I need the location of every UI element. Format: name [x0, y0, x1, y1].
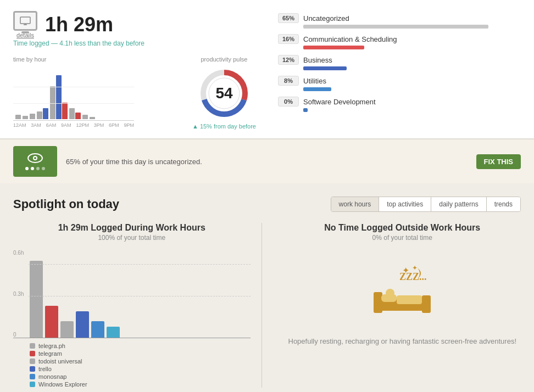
- work-hours-chart: 1h 29m Logged During Work Hours 100% of …: [13, 223, 262, 388]
- legend-item-2: todoist universal: [30, 358, 251, 365]
- y-label-06: 0.6h: [13, 250, 24, 256]
- cat-bar-4: [303, 108, 308, 112]
- dot-1: [25, 167, 29, 170]
- cat-name-1: Communication & Scheduling: [303, 35, 521, 43]
- legend-item-1: telegram: [30, 350, 251, 357]
- legend-color-4: [30, 374, 35, 379]
- work-bar-chart: 0.6h 0.3h 0: [13, 250, 251, 338]
- legend-color-1: [30, 351, 35, 356]
- pct-badge-0: 65%: [278, 13, 299, 23]
- work-chart-subtitle: 100% of your total time: [13, 234, 251, 242]
- svg-rect-16: [422, 295, 431, 313]
- pct-badge-4: 0%: [278, 97, 299, 107]
- svg-text:ZZZ...: ZZZ...: [399, 271, 427, 282]
- time-by-hour-label: time by hour: [13, 56, 181, 63]
- legend-color-0: [30, 343, 35, 349]
- productivity-pulse-section: productivity pulse 54: [192, 56, 256, 130]
- y-label-03: 0.3h: [13, 292, 24, 297]
- pct-badge-1: 16%: [278, 34, 299, 44]
- legend-label-0: telegra.ph: [38, 343, 65, 349]
- cat-bar-1: [303, 46, 364, 49]
- pct-badge-2: 12%: [278, 55, 299, 65]
- time-display: 1h 29m: [45, 15, 113, 35]
- notification-bar: 65% of your time this day is uncategoriz…: [0, 139, 534, 183]
- legend-item-5: Windows Explorer: [30, 381, 251, 388]
- legend-item-4: monosnap: [30, 373, 251, 380]
- bottom-bars: [30, 250, 120, 338]
- legend-item-3: trello: [30, 366, 251, 372]
- cat-name-3: Utilities: [303, 77, 521, 85]
- bar-3: [60, 321, 74, 338]
- outside-chart-subtitle: 0% of your total time: [284, 234, 521, 242]
- monitor-icon: [13, 11, 37, 31]
- svg-point-18: [386, 289, 394, 298]
- cat-name-2: Business: [303, 56, 521, 64]
- category-row-2: 12% Business: [278, 55, 521, 70]
- cat-name-4: Software Development: [303, 98, 521, 106]
- dot-3: [36, 167, 40, 170]
- bar-6: [107, 327, 120, 338]
- svg-rect-15: [374, 292, 382, 313]
- category-row-3: 8% Utilities: [278, 76, 521, 91]
- legend-label-3: trello: [38, 366, 52, 372]
- work-chart-title: 1h 29m Logged During Work Hours: [13, 223, 251, 233]
- spotlight-tabs: work hours top activities daily patterns…: [331, 197, 521, 212]
- svg-rect-0: [20, 17, 30, 24]
- outside-hours-chart: No Time Logged Outside Work Hours 0% of …: [262, 223, 521, 388]
- tab-daily-patterns[interactable]: daily patterns: [431, 197, 486, 211]
- dot-4: [42, 167, 45, 170]
- eye-box: [13, 146, 57, 177]
- tab-work-hours[interactable]: work hours: [331, 197, 380, 211]
- spotlight-title: Spotlight on today: [13, 197, 119, 211]
- time-logged-note: Time logged — 4.1h less than the day bef…: [13, 40, 256, 47]
- cat-bar-2: [303, 66, 347, 70]
- legend-label-4: monosnap: [38, 373, 66, 380]
- dot-2: [31, 167, 34, 170]
- notification-text: 65% of your time this day is uncategoriz…: [66, 158, 468, 166]
- sleep-illustration: ✦ ✦ ZZZ...: [369, 264, 435, 327]
- productivity-pulse-label: productivity pulse: [192, 56, 256, 63]
- bar-2: [45, 306, 58, 338]
- fix-this-button[interactable]: FIX THIS: [476, 154, 521, 169]
- chart-legend: telegra.ph telegram todoist universal tr…: [13, 343, 251, 388]
- outside-chart-title: No Time Logged Outside Work Hours: [284, 223, 521, 233]
- category-row-1: 16% Communication & Scheduling: [278, 34, 521, 49]
- category-row-4: 0% Software Development: [278, 97, 521, 112]
- legend-label-2: todoist universal: [38, 358, 82, 365]
- cat-bar-3: [303, 87, 331, 91]
- legend-item-0: telegra.ph: [30, 343, 251, 349]
- cat-bar-0: [303, 25, 488, 29]
- bar-5: [91, 321, 104, 338]
- svg-point-10: [34, 157, 36, 159]
- donut-chart: 54: [197, 66, 252, 121]
- category-row-0: 65% Uncategorized: [278, 13, 521, 29]
- bar-1: [30, 261, 43, 338]
- legend-color-5: [30, 382, 35, 387]
- legend-color-3: [30, 366, 35, 372]
- bar-4: [76, 311, 89, 338]
- legend-color-2: [30, 359, 35, 364]
- pulse-note: ▲ 15% from day before: [192, 123, 256, 130]
- time-by-hour-chart: [13, 66, 134, 121]
- y-label-0: 0: [13, 332, 24, 338]
- categories-panel: 65% Uncategorized 16% Communication & Sc…: [278, 11, 521, 130]
- legend-label-1: telegram: [38, 350, 62, 357]
- pct-badge-3: 8%: [278, 76, 299, 86]
- x-axis-labels: 12AM3AM6AM9AM12PM3PM6PM9PM: [13, 122, 134, 128]
- svg-rect-19: [397, 295, 422, 304]
- sleep-text: Hopefully resting, recharging or having …: [288, 336, 517, 347]
- tab-top-activities[interactable]: top activities: [379, 197, 431, 211]
- tab-trends[interactable]: trends: [487, 197, 520, 211]
- donut-value: 54: [215, 85, 232, 102]
- svg-text:✦: ✦: [412, 264, 418, 272]
- cat-name-0: Uncategorized: [303, 14, 521, 23]
- legend-label-5: Windows Explorer: [38, 381, 87, 388]
